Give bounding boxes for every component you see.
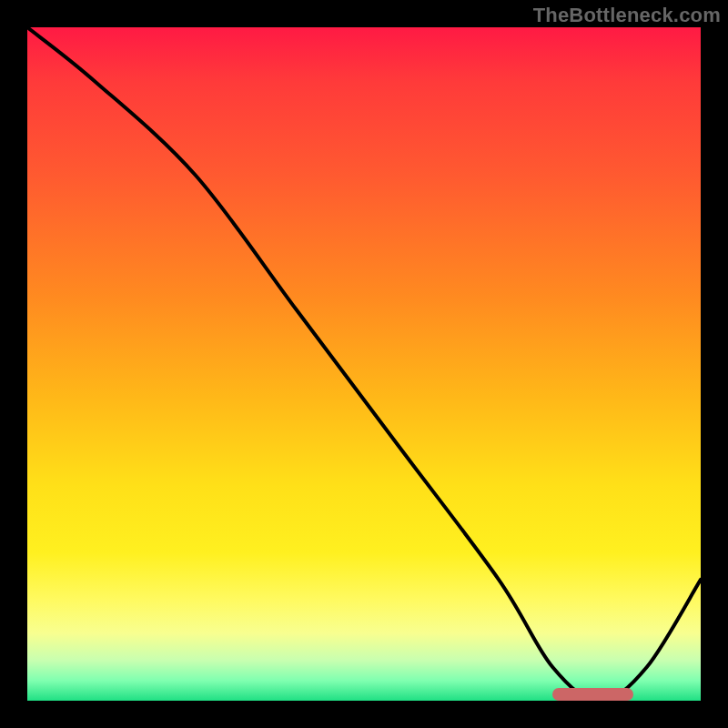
chart-curve [27, 27, 701, 701]
chart-optimum-marker [552, 688, 633, 701]
chart-curve-layer [27, 27, 701, 701]
watermark-text: TheBottleneck.com [533, 4, 721, 27]
chart-frame [27, 27, 701, 701]
